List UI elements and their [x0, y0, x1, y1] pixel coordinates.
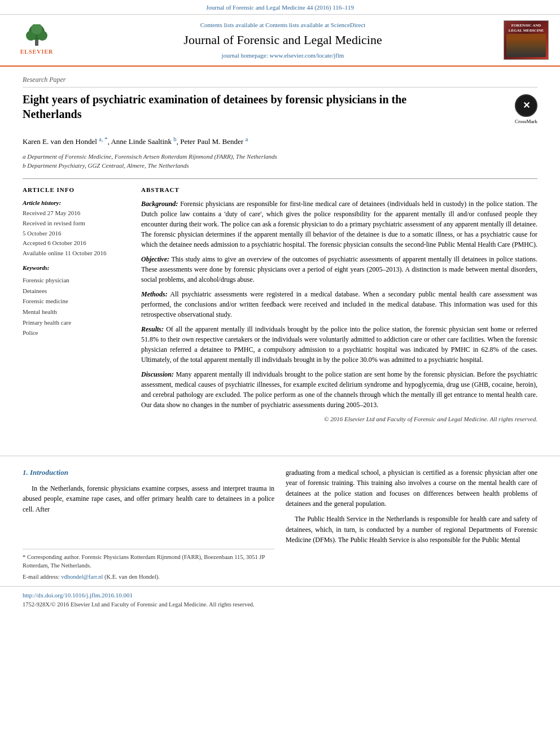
journal-cover-image: FORENSIC AND LEGAL MEDICINE — [504, 20, 549, 60]
cover-photo — [506, 34, 546, 57]
section-title-text: Introduction — [30, 468, 68, 477]
body-content: 1. Introduction In the Netherlands, fore… — [0, 468, 560, 584]
footnote-corresponding: * Corresponding author. Forensic Physici… — [23, 553, 274, 571]
paper-title: Eight years of psychiatric examination o… — [23, 92, 429, 121]
doi-link[interactable]: http://dx.doi.org/10.1016/j.jflm.2016.10… — [23, 591, 537, 600]
intro-para-3: The Public Health Service in the Netherl… — [286, 514, 537, 545]
article-info-abstract-section: ARTICLE INFO Article history: Received 2… — [23, 178, 537, 424]
kw-forensic-physician: Forensic physician — [23, 275, 130, 286]
science-direct-brand[interactable]: Contents lists available at ScienceDirec… — [265, 21, 365, 28]
kw-mental-health: Mental health — [23, 307, 130, 317]
objective-text: This study aims to give an overview of t… — [141, 255, 537, 283]
abstract-copyright: © 2016 Elsevier Ltd and Faculty of Foren… — [141, 414, 537, 424]
homepage-label: journal homepage: — [222, 52, 268, 59]
elsevier-tree-icon — [23, 24, 51, 47]
abstract-objective: Objective: This study aims to give an ov… — [141, 254, 537, 285]
objective-label: Objective: — [141, 255, 169, 263]
introduction-heading: 1. Introduction — [23, 468, 274, 479]
science-direct-prefix: Contents lists available at — [200, 21, 265, 28]
kw-police: Police — [23, 327, 130, 338]
abstract-col: ABSTRACT Background: Forensic physicians… — [141, 186, 537, 424]
date-revised-label: Received in revised form — [23, 219, 130, 229]
journal-title-center: Contents lists available at Contents lis… — [62, 21, 504, 60]
date-received: Received 27 May 2016 — [23, 208, 130, 219]
keywords-section: Keywords: Forensic physician Detainees F… — [23, 264, 130, 338]
journal-header: ELSEVIER Contents lists available at Con… — [0, 15, 560, 67]
history-label: Article history: — [23, 199, 130, 207]
article-history: Article history: Received 27 May 2016 Re… — [23, 199, 130, 258]
date-revised: 5 October 2016 — [23, 229, 130, 239]
journal-citation: Journal of Forensic and Legal Medicine 4… — [206, 4, 354, 11]
crossmark-badge: ✕ — [515, 94, 537, 117]
results-label: Results: — [141, 325, 164, 333]
doi-text[interactable]: http://dx.doi.org/10.1016/j.jflm.2016.10… — [23, 592, 133, 599]
email-link[interactable]: vdhondel@farr.nl — [61, 574, 103, 580]
discussion-label: Discussion: — [141, 370, 174, 378]
author-sup-a: a, * — [99, 136, 108, 142]
journal-citation-bar: Journal of Forensic and Legal Medicine 4… — [0, 0, 560, 15]
abstract-methods: Methods: All psychiatric assessments wer… — [141, 289, 537, 320]
homepage-url[interactable]: www.elsevier.com/locate/jflm — [270, 52, 344, 59]
abstract-discussion: Discussion: Many apparent mentally ill i… — [141, 369, 537, 410]
author-sup-a2: a — [245, 136, 248, 142]
elsevier-brand-text: ELSEVIER — [20, 48, 54, 56]
cover-text: FORENSIC AND LEGAL MEDICINE — [506, 23, 546, 33]
affiliation-a: a Department of Forensic Medicine, Foren… — [23, 152, 537, 161]
kw-detainees: Detainees — [23, 286, 130, 296]
title-row: Eight years of psychiatric examination o… — [23, 92, 537, 128]
crossmark-label: CrossMark — [515, 118, 537, 125]
section-number: 1. — [23, 468, 28, 477]
journal-name: Journal of Forensic and Legal Medicine — [73, 32, 492, 49]
science-direct-link: Contents lists available at Contents lis… — [73, 21, 492, 29]
methods-label: Methods: — [141, 290, 168, 298]
main-content: Research Paper Eight years of psychiatri… — [0, 67, 560, 444]
crossmark-container: ✕ CrossMark — [515, 92, 537, 125]
section-divider — [0, 456, 560, 456]
keywords-label: Keywords: — [23, 264, 130, 272]
results-text: Of all the apparent mentally ill individ… — [141, 325, 537, 364]
body-right-col: graduating from a medical school, a phys… — [286, 468, 537, 584]
intro-para-1: In the Netherlands, forensic physicians … — [23, 483, 274, 515]
abstract-results: Results: Of all the apparent mentally il… — [141, 324, 537, 365]
abstract-content: Background: Forensic physicians are resp… — [141, 199, 537, 424]
svg-rect-0 — [35, 40, 38, 46]
footnote-section: * Corresponding author. Forensic Physici… — [23, 549, 274, 582]
journal-homepage: journal homepage: www.elsevier.com/locat… — [73, 51, 492, 60]
affiliations: a Department of Forensic Medicine, Foren… — [23, 152, 537, 171]
elsevier-logo: ELSEVIER — [11, 20, 62, 60]
abstract-background: Background: Forensic physicians are resp… — [141, 199, 537, 250]
author-sup-b: b — [173, 136, 176, 142]
background-label: Background: — [141, 200, 178, 208]
background-text: Forensic physicians are responsible for … — [141, 200, 537, 248]
kw-primary-health: Primary health care — [23, 317, 130, 328]
methods-text: All psychiatric assessments were registe… — [141, 290, 537, 318]
kw-forensic-medicine: Forensic medicine — [23, 296, 130, 307]
discussion-text: Many apparent mentally ill individuals b… — [141, 370, 537, 409]
crossmark-icon: ✕ — [523, 99, 530, 112]
section-label: Research Paper — [23, 75, 537, 88]
page-wrapper: Journal of Forensic and Legal Medicine 4… — [0, 0, 560, 611]
footer-links: http://dx.doi.org/10.1016/j.jflm.2016.10… — [0, 586, 560, 611]
intro-para-2: graduating from a medical school, a phys… — [286, 468, 537, 509]
body-left-col: 1. Introduction In the Netherlands, fore… — [23, 468, 274, 584]
date-online: Available online 11 October 2016 — [23, 248, 130, 259]
footnote-email: E-mail address: vdhondel@farr.nl (K.E. v… — [23, 573, 274, 582]
authors-line: Karen E. van den Hondel a, *, Anne Linde… — [23, 135, 537, 147]
footer-copyright: 1752-928X/© 2016 Elsevier Ltd and Facult… — [23, 601, 537, 609]
article-info-col: ARTICLE INFO Article history: Received 2… — [23, 186, 130, 424]
affiliation-b: b Department Psychiatry, GGZ Centraal, A… — [23, 161, 537, 171]
article-info-header: ARTICLE INFO — [23, 186, 130, 194]
abstract-header: ABSTRACT — [141, 186, 537, 194]
date-accepted: Accepted 6 October 2016 — [23, 238, 130, 248]
